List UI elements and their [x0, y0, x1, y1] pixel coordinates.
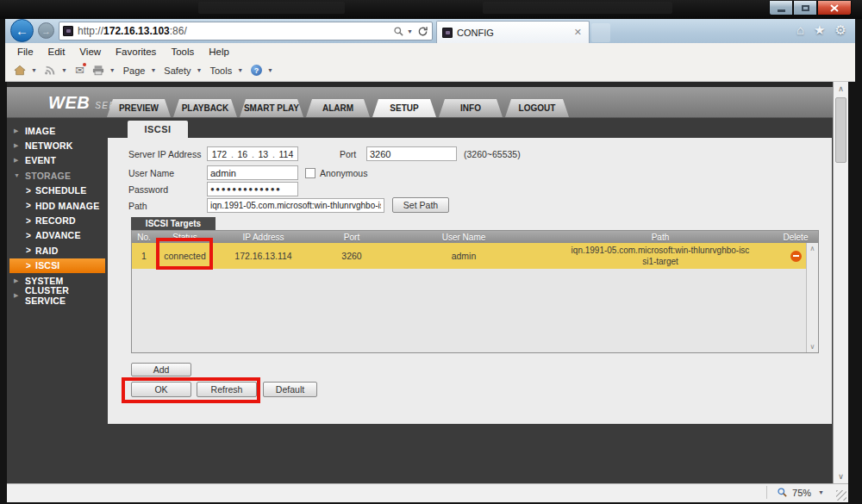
browser-menu-bar: File Edit View Favorites Tools Help [5, 43, 855, 59]
anonymous-checkbox[interactable] [305, 168, 315, 178]
default-button[interactable]: Default [263, 382, 317, 397]
tab-smart-play[interactable]: SMART PLAY [240, 99, 303, 117]
tab-preview[interactable]: PREVIEW [107, 99, 171, 117]
cell-status: connected [156, 243, 214, 269]
safety-menu-label: Safety [164, 65, 191, 76]
set-path-button[interactable]: Set Path [392, 197, 449, 213]
back-button[interactable]: ← [10, 19, 34, 42]
address-dropdown-caret-icon[interactable]: ▼ [407, 28, 413, 34]
sidebar-item-advance[interactable]: >ADVANCE [7, 228, 108, 243]
maximize-button[interactable] [793, 1, 817, 16]
chevron-icon: > [26, 201, 31, 210]
scroll-down-icon[interactable]: ∨ [834, 470, 848, 483]
dropdown-caret-icon: ▼ [197, 67, 203, 73]
safety-menu-button[interactable]: Safety▼ [164, 65, 202, 76]
sidebar-item-event[interactable]: ▶EVENT [7, 153, 108, 168]
new-tab-button[interactable] [591, 23, 610, 42]
zoom-level: 75% [792, 488, 811, 498]
sidebar-item-raid[interactable]: >RAID [7, 243, 108, 258]
help-menu-button[interactable]: ?▼ [251, 65, 273, 76]
tab-info[interactable]: INFO [439, 99, 503, 117]
menu-help[interactable]: Help [209, 47, 229, 57]
feeds-button[interactable]: ▼ [45, 65, 67, 76]
chevron-icon: > [26, 186, 31, 196]
sidebar-item-schedule[interactable]: >SCHEDULE [7, 184, 108, 198]
iscsi-targets-title: ISCSI Targets [131, 217, 216, 230]
chevron-icon: > [26, 216, 31, 226]
menu-edit[interactable]: Edit [48, 47, 66, 57]
favorites-star-icon[interactable]: ★ [814, 22, 825, 38]
menu-view[interactable]: View [79, 47, 101, 57]
home-page-button[interactable]: ▼ [14, 65, 37, 76]
menu-favorites[interactable]: Favorites [116, 47, 156, 57]
address-bar[interactable]: http://172.16.13.103:86/ ▼ [59, 22, 433, 40]
zoom-magnifier-icon [777, 487, 788, 498]
menu-file[interactable]: File [17, 47, 34, 57]
iscsi-targets-table: No. Status IP Address Port User Name Pat… [131, 230, 819, 353]
scroll-up-icon[interactable]: ∧ [810, 245, 815, 252]
minimize-button[interactable] [769, 1, 793, 16]
forward-button[interactable]: → [38, 22, 54, 39]
separator [766, 486, 767, 499]
browser-navigation-bar: ← → http://172.16.13.103:86/ ▼ CONFIG ✕ … [5, 19, 855, 43]
menu-tools[interactable]: Tools [171, 47, 194, 57]
scroll-down-icon[interactable]: ∨ [810, 343, 815, 351]
collapse-arrow-icon: ▼ [14, 172, 25, 178]
print-button[interactable]: ▼ [92, 65, 116, 76]
zoom-control[interactable]: 75% ▼ [766, 486, 824, 499]
tab-close-icon[interactable]: ✕ [572, 27, 584, 38]
path-input[interactable] [207, 198, 384, 213]
window-controls [769, 1, 852, 16]
sidebar-item-record[interactable]: >RECORD [7, 213, 108, 227]
content-panel: Server IP Address 172. 16. 13. 114 Port … [108, 138, 832, 424]
browser-tab-config[interactable]: CONFIG ✕ [436, 21, 590, 43]
url-path: :86/ [170, 25, 187, 37]
delete-target-icon[interactable] [790, 251, 802, 262]
search-icon[interactable] [393, 26, 404, 37]
sidebar-item-cluster-service[interactable]: ▶CLUSTER SERVICE [7, 288, 108, 302]
port-input[interactable] [366, 146, 457, 161]
site-favicon [63, 26, 73, 36]
content-tab-iscsi[interactable]: ISCSI [128, 121, 188, 138]
refresh-button[interactable]: Refresh [197, 382, 257, 397]
column-status: Status [156, 231, 214, 243]
sidebar-item-storage[interactable]: ▼STORAGE [7, 168, 108, 183]
column-user-name: User Name [390, 231, 537, 243]
sidebar-item-network[interactable]: ▶NETWORK [7, 138, 108, 152]
tab-logout[interactable]: LOGOUT [505, 99, 569, 117]
tab-playback[interactable]: PLAYBACK [173, 99, 237, 117]
cell-delete [784, 243, 808, 269]
app-header: WEBSERVICE PREVIEW PLAYBACK SMART PLAY A… [7, 87, 833, 118]
mail-icon: ✉ [75, 64, 84, 77]
table-scrollbar[interactable]: ∧ ∨ [806, 243, 818, 352]
password-input[interactable] [207, 182, 298, 196]
scrollbar-thumb[interactable] [835, 97, 846, 163]
page-menu-button[interactable]: Page▼ [123, 65, 157, 76]
tools-menu-button[interactable]: Tools▼ [209, 65, 243, 76]
close-button[interactable] [817, 1, 852, 16]
sidebar-item-iscsi[interactable]: >ISCSI [9, 258, 105, 273]
tab-alarm[interactable]: ALARM [306, 99, 370, 117]
home-icon[interactable]: ⌂ [796, 22, 804, 38]
refresh-icon[interactable] [417, 26, 428, 37]
settings-gear-icon[interactable]: ⚙ [835, 22, 846, 38]
browser-scrollbar[interactable]: ∧ ∨ [833, 82, 848, 483]
table-row[interactable]: 1 connected 172.16.13.114 3260 admin iqn… [132, 243, 818, 269]
column-path: Path [537, 231, 784, 243]
read-mail-button[interactable]: ✉ [75, 64, 84, 77]
zoom-dropdown-caret-icon[interactable]: ▼ [818, 489, 824, 495]
cell-port: 3260 [313, 243, 390, 269]
add-button[interactable]: Add [131, 363, 191, 376]
resize-grip[interactable] [836, 490, 846, 501]
scroll-up-icon[interactable]: ∧ [834, 82, 848, 96]
tab-title: CONFIG [457, 28, 494, 38]
sidebar-item-image[interactable]: ▶IMAGE [7, 123, 108, 138]
column-ip-address: IP Address [214, 231, 313, 243]
tools-menu-label: Tools [209, 65, 232, 76]
app-nav-tabs: PREVIEW PLAYBACK SMART PLAY ALARM SETUP … [107, 99, 569, 117]
sidebar-item-hdd-manage[interactable]: >HDD MANAGE [7, 198, 108, 213]
tab-setup[interactable]: SETUP [372, 99, 436, 117]
username-input[interactable] [207, 165, 298, 180]
ok-button[interactable]: OK [131, 382, 191, 397]
server-ip-input[interactable]: 172. 16. 13. 114 [207, 146, 298, 161]
